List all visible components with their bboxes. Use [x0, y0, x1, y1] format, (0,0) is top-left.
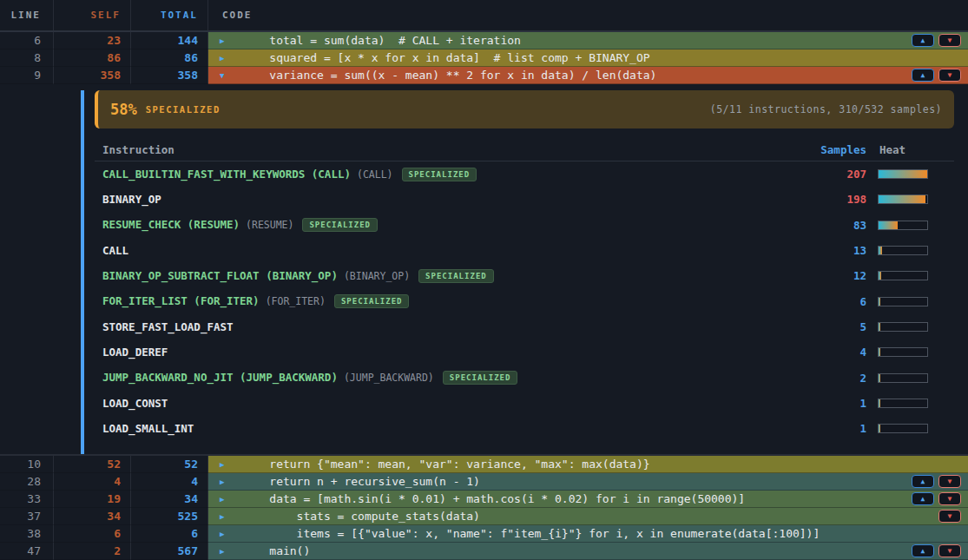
jump-up-button[interactable]: ▲	[912, 69, 934, 82]
expand-icon[interactable]: ▶	[220, 491, 234, 508]
specialized-badge: SPECIALIZED	[402, 168, 477, 181]
code-row: 37 34 525 ▶ stats = compute_stats(data) …	[0, 508, 968, 525]
code-cell[interactable]: ▶ stats = compute_stats(data) ▼	[208, 508, 968, 525]
collapse-icon[interactable]: ▼	[220, 67, 234, 84]
source-code: return n + recursive_sum(n - 1)	[242, 473, 480, 491]
jump-down-button[interactable]: ▼	[938, 544, 961, 557]
column-header-code: CODE	[208, 0, 968, 30]
jump-down-button[interactable]: ▼	[938, 69, 961, 82]
instruction-name: CALL_BUILTIN_FAST_WITH_KEYWORDS (CALL)	[102, 168, 351, 181]
line-number: 33	[0, 491, 54, 508]
top-code-rows: 6 23 144 ▶ total = sum(data) # CALL + it…	[0, 32, 968, 84]
specialization-banner: 58% SPECIALIZED (5/11 instructions, 310/…	[95, 90, 954, 128]
row-nav-buttons: ▲▼	[912, 69, 968, 82]
instruction-cell: LOAD_CONST	[95, 397, 782, 410]
heat-bar	[878, 424, 928, 433]
expand-icon[interactable]: ▶	[220, 49, 234, 67]
code-cell[interactable]: ▶ items = [{"value": x, "name": f"item_{…	[208, 525, 968, 543]
table-header: LINE SELF TOTAL CODE	[0, 0, 968, 32]
heat-bar-fill	[879, 247, 882, 254]
source-code: squared = [x * x for x in data] # list c…	[242, 49, 650, 67]
expand-icon[interactable]: ▶	[220, 525, 234, 543]
line-number: 9	[0, 67, 54, 84]
self-samples: 358	[54, 67, 131, 84]
source-code: data = [math.sin(i * 0.01) + math.cos(i …	[242, 491, 745, 508]
total-samples: 6	[131, 525, 208, 543]
heat-bar-fill	[879, 348, 880, 356]
expand-icon[interactable]: ▶	[220, 508, 234, 525]
self-samples: 6	[54, 525, 131, 543]
total-samples: 358	[131, 67, 208, 84]
total-samples: 34	[131, 491, 208, 508]
total-samples: 567	[131, 543, 208, 560]
row-nav-buttons: ▲▼	[912, 544, 968, 557]
heat-cell	[878, 424, 954, 433]
code-cell[interactable]: ▶ squared = [x * x for x in data] # list…	[208, 49, 968, 67]
instruction-row: JUMP_BACKWARD_NO_JIT (JUMP_BACKWARD)(JUM…	[95, 365, 954, 390]
instruction-name: LOAD_SMALL_INT	[102, 422, 194, 435]
column-header-line: LINE	[0, 0, 54, 30]
self-samples: 86	[54, 49, 131, 67]
self-samples: 23	[54, 32, 131, 49]
row-nav-buttons: ▲▼	[912, 475, 968, 488]
heat-bar	[878, 297, 928, 306]
line-number: 38	[0, 525, 54, 543]
instruction-cell: RESUME_CHECK (RESUME)(RESUME)SPECIALIZED	[95, 218, 782, 232]
jump-up-button[interactable]: ▲	[912, 34, 934, 47]
instruction-name: FOR_ITER_LIST (FOR_ITER)	[102, 294, 260, 307]
instruction-base-opcode: (RESUME)	[246, 219, 293, 231]
heat-bar-fill	[879, 221, 898, 229]
self-samples: 4	[54, 473, 131, 491]
jump-up-button[interactable]: ▲	[912, 492, 934, 505]
instruction-name: RESUME_CHECK (RESUME)	[102, 218, 240, 231]
expand-icon[interactable]: ▶	[220, 473, 234, 491]
instruction-cell: CALL_BUILTIN_FAST_WITH_KEYWORDS (CALL)(C…	[95, 168, 782, 181]
line-number: 10	[0, 456, 54, 473]
code-cell[interactable]: ▼ variance = sum((x - mean) ** 2 for x i…	[208, 67, 968, 84]
expand-icon[interactable]: ▶	[220, 32, 234, 49]
line-number: 47	[0, 543, 54, 560]
jump-down-button[interactable]: ▼	[938, 492, 961, 505]
bottom-code-rows: 10 52 52 ▶ return {"mean": mean, "var": …	[0, 456, 968, 560]
expand-icon[interactable]: ▶	[220, 456, 234, 473]
instruction-cell: JUMP_BACKWARD_NO_JIT (JUMP_BACKWARD)(JUM…	[95, 371, 782, 385]
code-row: 9 358 358 ▼ variance = sum((x - mean) **…	[0, 67, 968, 84]
instruction-samples: 4	[782, 346, 878, 359]
specialized-badge: SPECIALIZED	[418, 269, 494, 283]
heat-bar	[878, 221, 928, 230]
instruction-base-opcode: (JUMP_BACKWARD)	[344, 372, 434, 384]
instruction-name: BINARY_OP_SUBTRACT_FLOAT (BINARY_OP)	[102, 269, 338, 282]
heat-bar-fill	[879, 399, 880, 407]
heat-bar-fill	[879, 272, 881, 280]
code-cell[interactable]: ▶ data = [math.sin(i * 0.01) + math.cos(…	[208, 491, 968, 508]
instruction-base-opcode: (CALL)	[357, 168, 393, 181]
jump-up-button[interactable]: ▲	[912, 475, 934, 488]
heat-cell	[878, 246, 954, 255]
instruction-samples: 198	[782, 193, 878, 206]
code-cell[interactable]: ▶ total = sum(data) # CALL + iteration ▲…	[208, 32, 968, 49]
jump-up-button[interactable]: ▲	[912, 544, 934, 557]
code-cell[interactable]: ▶ return {"mean": mean, "var": variance,…	[208, 456, 968, 473]
heat-bar	[878, 271, 928, 280]
total-samples: 144	[131, 32, 208, 49]
instruction-row: CALL_BUILTIN_FAST_WITH_KEYWORDS (CALL)(C…	[95, 161, 954, 187]
line-number: 37	[0, 508, 54, 525]
source-code: total = sum(data) # CALL + iteration	[242, 32, 521, 49]
jump-down-button[interactable]: ▼	[938, 475, 961, 488]
heat-cell	[878, 322, 954, 332]
total-samples: 525	[131, 508, 208, 525]
jump-down-button[interactable]: ▼	[938, 510, 961, 523]
instruction-name: LOAD_CONST	[102, 397, 168, 410]
specialized-badge: SPECIALIZED	[443, 371, 518, 385]
expand-icon[interactable]: ▶	[220, 543, 234, 560]
instruction-row: LOAD_SMALL_INT 1	[95, 416, 954, 441]
code-cell[interactable]: ▶ return n + recursive_sum(n - 1) ▲▼	[208, 473, 968, 491]
heat-bar-fill	[879, 425, 880, 432]
instruction-cell: BINARY_OP_SUBTRACT_FLOAT (BINARY_OP)(BIN…	[95, 269, 782, 283]
code-cell[interactable]: ▶ main() ▲▼	[208, 543, 968, 560]
samples-column-header[interactable]: Samples	[782, 143, 878, 156]
jump-down-button[interactable]: ▼	[938, 34, 961, 47]
instruction-samples: 1	[782, 422, 878, 435]
heat-bar	[878, 169, 928, 179]
code-row: 6 23 144 ▶ total = sum(data) # CALL + it…	[0, 32, 968, 49]
